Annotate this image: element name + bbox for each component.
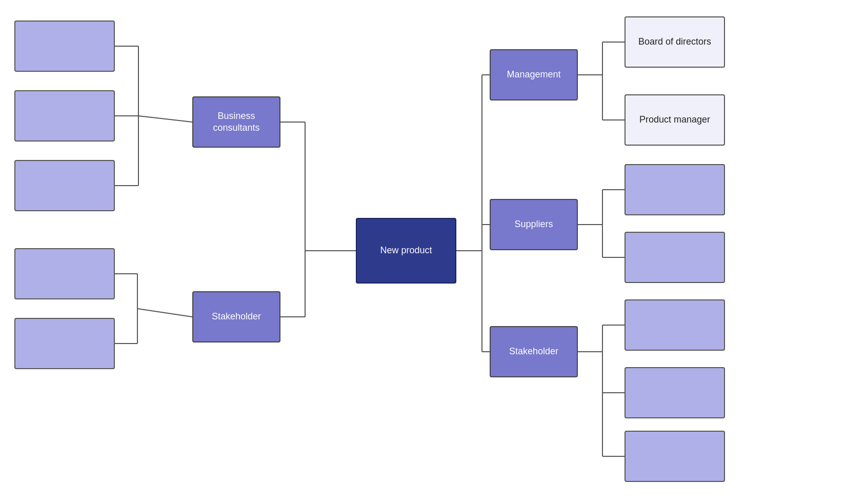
board-of-directors-label: Board of directors	[638, 36, 711, 48]
node-rr7[interactable]	[625, 431, 725, 482]
node-left-stakeholder[interactable]: Stakeholder	[192, 291, 280, 342]
node-ll4[interactable]	[14, 248, 115, 299]
node-suppliers[interactable]: Suppliers	[490, 199, 578, 250]
business-consultants-label: Business consultants	[197, 110, 275, 134]
left-stakeholder-label: Stakeholder	[212, 311, 261, 322]
node-right-stakeholder[interactable]: Stakeholder	[490, 326, 578, 377]
node-management[interactable]: Management	[490, 49, 578, 100]
new-product-label: New product	[380, 245, 432, 256]
node-rr6[interactable]	[625, 367, 725, 418]
org-chart-diagram: Business consultants Stakeholder New pro…	[0, 0, 866, 504]
node-product-manager[interactable]: Product manager	[625, 94, 725, 146]
svg-line-8	[137, 309, 192, 317]
node-rr3[interactable]	[625, 164, 725, 215]
node-ll5[interactable]	[14, 318, 115, 369]
right-stakeholder-label: Stakeholder	[509, 346, 558, 357]
svg-line-4	[138, 116, 192, 122]
management-label: Management	[507, 69, 560, 80]
node-rr5[interactable]	[625, 299, 725, 351]
node-ll2[interactable]	[14, 90, 115, 142]
node-business-consultants[interactable]: Business consultants	[192, 96, 280, 148]
node-ll1[interactable]	[14, 21, 115, 72]
suppliers-label: Suppliers	[514, 218, 553, 230]
node-new-product[interactable]: New product	[356, 218, 456, 284]
node-ll3[interactable]	[14, 160, 115, 211]
node-rr4[interactable]	[625, 232, 725, 283]
product-manager-label: Product manager	[639, 114, 710, 126]
node-board-of-directors[interactable]: Board of directors	[625, 16, 725, 68]
